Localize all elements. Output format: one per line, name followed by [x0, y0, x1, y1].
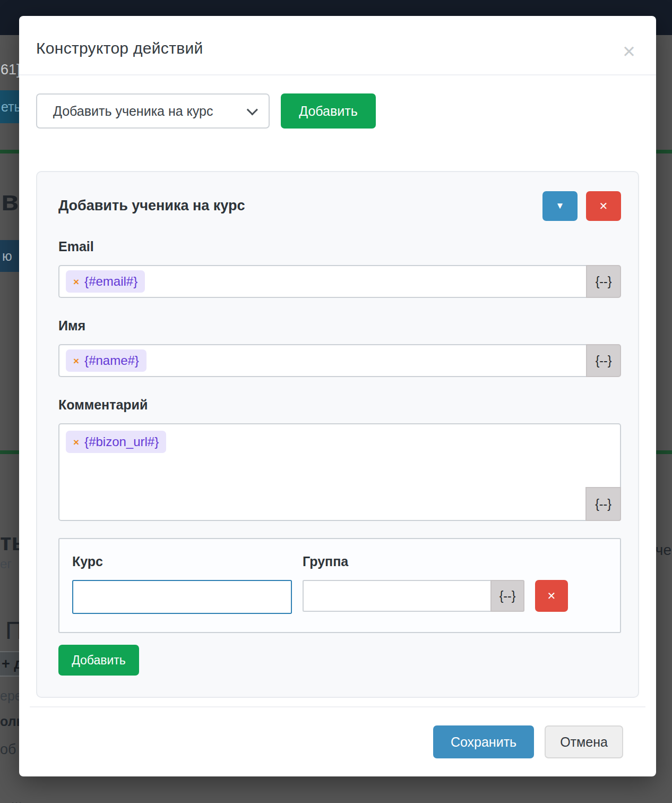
- modal-body: Добавить ученика на курс Добавить Добави…: [19, 75, 656, 698]
- course-input[interactable]: [72, 580, 292, 614]
- x-icon: ✕: [599, 200, 608, 212]
- name-field[interactable]: × {#name#}: [58, 344, 586, 377]
- comment-field[interactable]: × {#bizon_url#} {--}: [58, 423, 621, 521]
- insert-variable-button[interactable]: {--}: [585, 487, 621, 521]
- bg-fragment: 61]: [1, 62, 21, 78]
- close-icon[interactable]: ✕: [622, 44, 636, 60]
- add-course-row-button[interactable]: Добавить: [58, 645, 139, 676]
- course-label: Курс: [72, 554, 292, 569]
- group-input[interactable]: [303, 580, 490, 612]
- chip-label: {#name#}: [84, 353, 139, 368]
- action-constructor-modal: Конструктор действий ✕ Добавить ученика …: [19, 16, 656, 776]
- save-button[interactable]: Сохранить: [433, 725, 534, 758]
- chip-remove-icon[interactable]: ×: [73, 437, 79, 447]
- chip-remove-icon[interactable]: ×: [73, 356, 79, 366]
- bg-fragment: …: [11, 793, 22, 803]
- bg-fragment: че: [656, 542, 671, 559]
- cancel-button[interactable]: Отмена: [545, 725, 623, 758]
- action-card: Добавить ученика на курс ▼ ✕ Email ×: [36, 171, 639, 698]
- group-label: Группа: [303, 554, 568, 569]
- action-card-controls: ▼ ✕: [542, 191, 621, 221]
- delete-course-row-button[interactable]: ✕: [535, 580, 568, 612]
- action-picker-row: Добавить ученика на курс Добавить: [36, 93, 639, 129]
- comment-label: Комментарий: [58, 397, 621, 413]
- name-field-block: Имя × {#name#} {--}: [58, 318, 621, 377]
- chip-remove-icon[interactable]: ×: [73, 277, 79, 287]
- modal-title: Конструктор действий: [36, 39, 639, 57]
- caret-down-icon: ▼: [556, 201, 565, 211]
- course-group-row: Курс Группа {--} ✕: [58, 538, 621, 633]
- name-variable-chip: × {#name#}: [66, 349, 147, 372]
- insert-variable-button[interactable]: {--}: [490, 580, 524, 612]
- email-label: Email: [58, 239, 621, 254]
- modal-footer: Сохранить Отмена: [30, 706, 645, 758]
- email-field-block: Email × {#email#} {--}: [58, 239, 621, 298]
- bg-fragment: ег: [0, 557, 12, 571]
- comment-variable-chip: × {#bizon_url#}: [66, 431, 166, 453]
- insert-variable-button[interactable]: {--}: [586, 344, 621, 377]
- action-type-select[interactable]: Добавить ученика на курс: [36, 93, 270, 129]
- collapse-action-button[interactable]: ▼: [542, 191, 578, 221]
- name-label: Имя: [58, 318, 621, 334]
- insert-variable-button[interactable]: {--}: [586, 265, 621, 298]
- chevron-down-icon: [247, 104, 258, 115]
- action-card-title: Добавить ученика на курс: [58, 191, 245, 214]
- comment-field-block: Комментарий × {#bizon_url#} {--}: [58, 397, 621, 521]
- chip-label: {#email#}: [84, 274, 137, 289]
- bg-fragment: об: [0, 741, 16, 758]
- action-type-select-value: Добавить ученика на курс: [53, 104, 213, 119]
- remove-action-button[interactable]: ✕: [586, 191, 621, 221]
- email-field[interactable]: × {#email#}: [58, 265, 586, 298]
- course-column: Курс: [72, 554, 292, 614]
- group-column: Группа {--} ✕: [303, 554, 568, 614]
- bg-fragment: в: [1, 184, 19, 217]
- action-card-header: Добавить ученика на курс ▼ ✕: [58, 191, 621, 221]
- add-action-button[interactable]: Добавить: [281, 93, 376, 129]
- modal-header: Конструктор действий ✕: [19, 16, 656, 75]
- chip-label: {#bizon_url#}: [84, 434, 159, 449]
- email-variable-chip: × {#email#}: [66, 270, 145, 293]
